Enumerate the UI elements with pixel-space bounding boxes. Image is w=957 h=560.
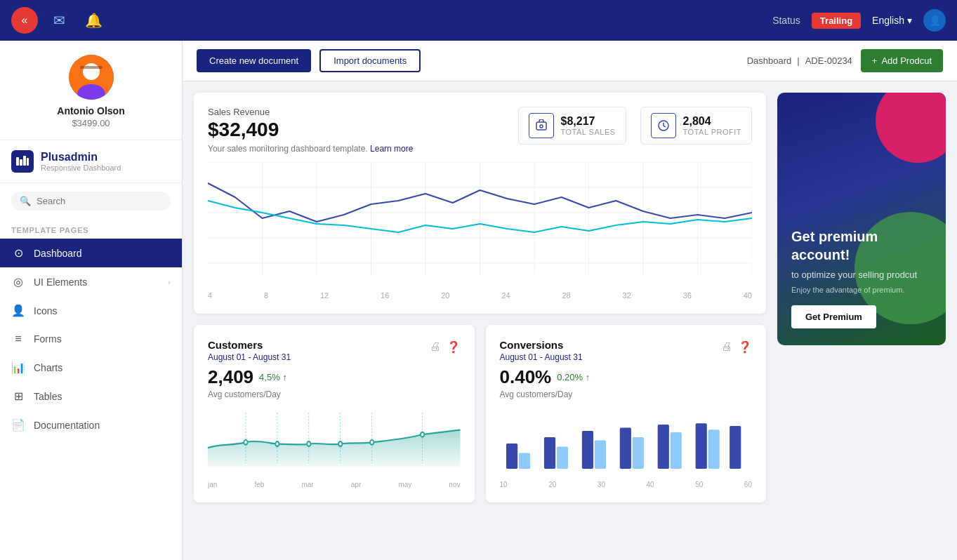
x-label: 20 bbox=[441, 291, 449, 300]
plus-icon: + bbox=[872, 55, 878, 66]
search-input[interactable] bbox=[37, 196, 162, 206]
sidebar-item-documentation[interactable]: 📄 Documentation bbox=[0, 411, 182, 439]
sales-desc: Your sales monitoring dashboard template… bbox=[208, 144, 413, 154]
svg-rect-38 bbox=[506, 444, 517, 469]
navbar-right: Status Trailing English ▾ 👤 bbox=[772, 9, 946, 32]
breadcrumb-id: ADE-00234 bbox=[805, 55, 852, 66]
brand-subtitle: Responsive Dashboard bbox=[41, 164, 121, 172]
x-label: may bbox=[398, 481, 411, 488]
svg-rect-5 bbox=[20, 159, 22, 166]
help-icon[interactable]: ❓ bbox=[738, 340, 752, 354]
x-label: 8 bbox=[264, 291, 268, 300]
svg-rect-49 bbox=[708, 429, 719, 469]
sidebar-brand: Plusadmin Responsive Dashboard bbox=[0, 140, 182, 183]
sidebar-toggle-button[interactable]: « bbox=[11, 7, 38, 34]
navbar: « ✉ 🔔 Status Trailing English ▾ 👤 bbox=[0, 0, 957, 41]
svg-point-35 bbox=[338, 441, 342, 446]
language-selector[interactable]: English ▾ bbox=[872, 15, 912, 26]
total-sales-stat: $8,217 TOTAL SALES bbox=[518, 107, 626, 145]
svg-rect-44 bbox=[619, 428, 631, 469]
promo-title: Get premium account! bbox=[791, 227, 932, 264]
add-product-button[interactable]: + Add Prodcut bbox=[861, 49, 943, 72]
svg-rect-47 bbox=[670, 432, 681, 469]
sidebar-item-label: UI Elements bbox=[34, 276, 87, 288]
content-area: Create new document Import documents Das… bbox=[183, 41, 957, 560]
sidebar-item-charts[interactable]: 📊 Charts bbox=[0, 353, 182, 382]
conversions-value-row: 0.40% 0.20% ↑ bbox=[500, 366, 753, 388]
breadcrumb-separator: | bbox=[797, 55, 799, 66]
svg-rect-50 bbox=[730, 426, 741, 469]
x-label: 32 bbox=[623, 291, 631, 300]
conversions-date: August 01 - August 31 bbox=[500, 352, 583, 362]
get-premium-button[interactable]: Get Premium bbox=[791, 305, 876, 328]
print-icon[interactable]: 🖨 bbox=[430, 340, 441, 354]
profile-amount: $3499.00 bbox=[72, 118, 110, 128]
x-label: 24 bbox=[501, 291, 510, 300]
conversions-actions: 🖨 ❓ bbox=[721, 340, 752, 354]
customers-avg-label: Avg customers/Day bbox=[208, 389, 461, 399]
conversions-value: 0.40% bbox=[500, 366, 552, 388]
print-icon[interactable]: 🖨 bbox=[721, 340, 732, 354]
charts-icon: 📊 bbox=[11, 361, 25, 374]
mail-icon[interactable]: ✉ bbox=[49, 8, 70, 33]
sidebar-item-forms[interactable]: ≡ Forms bbox=[0, 325, 182, 353]
sidebar-item-label: Dashboard bbox=[34, 248, 82, 259]
customers-info: Customers August 01 - August 31 bbox=[208, 339, 291, 362]
x-label: 40 bbox=[647, 481, 654, 488]
conversions-avg-label: Avg customers/Day bbox=[500, 389, 753, 399]
sidebar-item-icons[interactable]: 👤 Icons bbox=[0, 296, 182, 325]
chevron-down-icon: ▾ bbox=[907, 15, 912, 26]
x-label: 16 bbox=[381, 291, 389, 300]
help-icon[interactable]: ❓ bbox=[447, 340, 461, 354]
documentation-icon: 📄 bbox=[11, 418, 25, 432]
total-sales-value: $8,217 bbox=[561, 115, 616, 128]
svg-rect-3 bbox=[80, 66, 103, 69]
avatar bbox=[69, 55, 114, 100]
profile-name: Antonio Olson bbox=[57, 105, 124, 116]
total-profit-value: 2,804 bbox=[683, 115, 741, 128]
x-label: 36 bbox=[683, 291, 692, 300]
customers-value-row: 2,409 4,5% ↑ bbox=[208, 366, 461, 388]
x-label: 50 bbox=[695, 481, 703, 488]
svg-rect-43 bbox=[594, 441, 605, 469]
sidebar-item-label: Charts bbox=[34, 362, 62, 373]
promo-card: Get premium account! to optimize your se… bbox=[777, 93, 946, 345]
sidebar: Antonio Olson $3499.00 Plusadmin Respons… bbox=[0, 41, 183, 560]
customers-card: Customers August 01 - August 31 🖨 ❓ 2,40… bbox=[194, 325, 475, 502]
status-label: Status bbox=[772, 15, 800, 26]
total-sales-icon bbox=[529, 113, 554, 138]
total-profit-stat: 2,804 TOTAL PROFIT bbox=[640, 107, 752, 145]
x-label: 20 bbox=[548, 481, 556, 488]
conversions-info: Conversions August 01 - August 31 bbox=[500, 339, 583, 362]
svg-rect-45 bbox=[632, 437, 643, 469]
svg-point-34 bbox=[307, 441, 310, 446]
svg-rect-42 bbox=[581, 431, 593, 469]
icons-icon: 👤 bbox=[11, 304, 25, 317]
sidebar-item-tables[interactable]: ⊞ Tables bbox=[0, 382, 182, 411]
sidebar-item-ui-elements[interactable]: ◎ UI Elements › bbox=[0, 267, 182, 296]
sidebar-item-dashboard[interactable]: ⊙ Dashboard bbox=[0, 239, 182, 267]
chart-x-axis: 4 8 12 16 20 24 28 32 36 40 bbox=[208, 288, 752, 300]
main-layout: Antonio Olson $3499.00 Plusadmin Respons… bbox=[0, 41, 957, 560]
x-label: 40 bbox=[744, 291, 752, 300]
create-document-button[interactable]: Create new document bbox=[197, 49, 311, 72]
dashboard-main: Sales Revenue $32,409 Your sales monitor… bbox=[194, 93, 766, 549]
import-documents-button[interactable]: Import documents bbox=[319, 49, 421, 72]
svg-point-9 bbox=[540, 125, 543, 128]
sales-chart bbox=[208, 162, 752, 288]
breadcrumb-home: Dashboard bbox=[747, 55, 792, 66]
total-profit-info: 2,804 TOTAL PROFIT bbox=[683, 115, 741, 136]
sub-header: Create new document Import documents Das… bbox=[183, 41, 957, 81]
x-label: 12 bbox=[320, 291, 329, 300]
svg-rect-46 bbox=[657, 425, 668, 469]
customers-value: 2,409 bbox=[208, 366, 253, 388]
brand-name: Plusadmin bbox=[41, 151, 121, 164]
conversions-title: Conversions bbox=[500, 339, 583, 351]
user-avatar-nav[interactable]: 👤 bbox=[923, 9, 946, 32]
sales-title: Sales Revenue bbox=[208, 107, 413, 117]
customers-chart bbox=[208, 405, 461, 475]
customers-change: 4,5% ↑ bbox=[259, 372, 287, 382]
learn-more-link[interactable]: Learn more bbox=[370, 144, 413, 154]
bell-icon[interactable]: 🔔 bbox=[81, 8, 107, 33]
dashboard-icon: ⊙ bbox=[11, 246, 25, 260]
